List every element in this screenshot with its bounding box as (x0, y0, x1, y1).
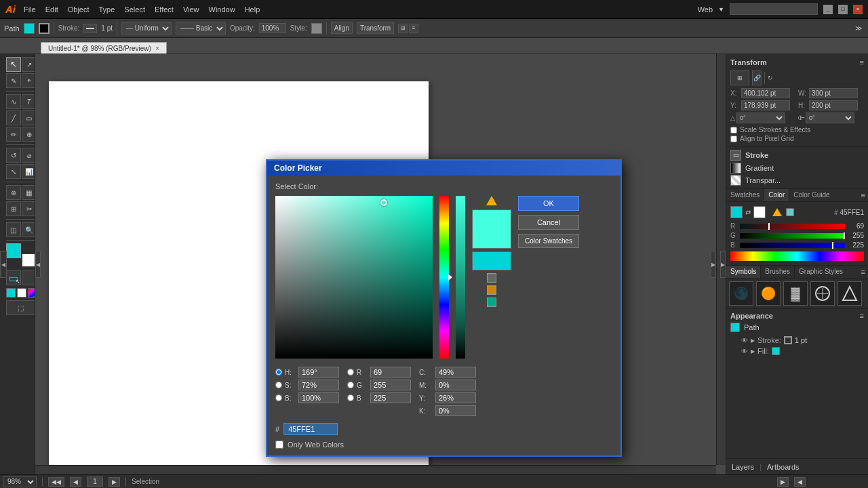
arrange-icons[interactable]: ⊞ ≡ (398, 24, 418, 33)
web-safe-swatch[interactable] (786, 208, 794, 216)
artboards-label[interactable]: Artboards (767, 463, 800, 471)
search-input[interactable] (730, 3, 818, 15)
k-input[interactable] (435, 405, 476, 416)
menu-type[interactable]: Type (99, 5, 115, 14)
menu-file[interactable]: File (24, 5, 36, 14)
document-tab[interactable]: Untitled-1* @ 98% (RGB/Preview) × (41, 42, 167, 54)
s-radio[interactable] (275, 382, 282, 388)
type-tool[interactable]: T (22, 94, 36, 109)
hue-strip[interactable] (439, 196, 449, 359)
only-web-colors-checkbox[interactable] (275, 441, 283, 449)
menu-select[interactable]: Select (124, 5, 145, 14)
transform-link[interactable]: 🔗 (752, 70, 762, 85)
symbol-item-2[interactable]: 🟠 (756, 281, 781, 306)
symbol-sprayer-tool[interactable]: ⊛ (6, 185, 21, 200)
color-panel-options[interactable]: ≡ (859, 189, 868, 201)
bg-swatch-small[interactable] (753, 206, 766, 218)
symbol-item-4[interactable] (810, 281, 835, 306)
column-graph-tool[interactable]: ▦ (22, 185, 36, 200)
fill-swatch[interactable] (24, 23, 35, 34)
menu-edit[interactable]: Edit (45, 5, 58, 14)
w-input[interactable] (809, 88, 858, 98)
align-to-canvas[interactable]: ⊞ (730, 70, 749, 85)
eye-btn-fill[interactable]: 👁 (741, 348, 748, 355)
symbols-options-icon[interactable]: ≡ (859, 266, 868, 278)
warning-triangle[interactable] (772, 208, 782, 216)
y-input[interactable] (741, 100, 790, 110)
swatches-tab[interactable]: Swatches (726, 189, 764, 201)
transform-options-icon[interactable]: ≡ (860, 58, 864, 66)
x-input[interactable] (741, 88, 790, 98)
swap-icon[interactable]: ⇄ (745, 209, 751, 216)
rotate-tool[interactable]: ↺ (6, 148, 21, 163)
expand-fill[interactable]: ▶ (751, 348, 755, 354)
pencil-tool[interactable]: ✏ (6, 127, 21, 142)
r-input[interactable] (370, 367, 411, 378)
graph-tool[interactable]: 📊 (22, 164, 36, 179)
c-input[interactable] (435, 367, 476, 378)
color-warning-icon[interactable] (486, 196, 497, 205)
zoom-select[interactable]: 98% (3, 476, 37, 487)
b-slider[interactable] (740, 243, 845, 248)
cancel-button[interactable]: Cancel (518, 215, 579, 230)
symbol-item-1[interactable]: 🌑 (729, 281, 753, 306)
y-input[interactable] (435, 392, 476, 403)
menu-help[interactable]: Help (245, 5, 260, 14)
status-play[interactable]: ▶ (777, 477, 789, 487)
panel-collapse-left[interactable]: ◀ (0, 251, 7, 278)
page-number[interactable] (87, 476, 103, 487)
graphic-styles-tab[interactable]: Graphic Styles (795, 266, 847, 278)
gradient-tool[interactable]: ◫ (6, 222, 21, 237)
panel-toggle[interactable]: ≫ (853, 23, 864, 34)
scrollbar-horizontal[interactable] (35, 465, 716, 474)
page-back[interactable]: ◀ (70, 477, 81, 487)
ok-button[interactable]: OK (518, 196, 579, 211)
brushes-tab[interactable]: Brushes (761, 266, 795, 278)
swatch-small-teal[interactable] (487, 298, 496, 307)
opacity-input[interactable] (259, 23, 286, 33)
slice-tool[interactable]: ✂ (22, 201, 36, 216)
m-input[interactable] (435, 380, 476, 390)
collapse-left-panel[interactable]: ◀ (35, 251, 41, 278)
win-maximize[interactable]: □ (838, 5, 848, 14)
menu-effect[interactable]: Effect (155, 5, 174, 14)
warp-tool[interactable]: ⌀ (22, 148, 36, 163)
scale-strokes-label[interactable]: Scale Strokes & Effects (730, 126, 864, 134)
direct-selection-tool[interactable]: ↗ (22, 57, 36, 72)
collapse-right-panel[interactable]: ▶ (711, 251, 716, 278)
b-input[interactable] (298, 392, 339, 403)
color-tab[interactable]: Color (764, 189, 789, 201)
tab-close-btn[interactable]: × (155, 45, 159, 52)
artboard-tool[interactable]: ⬚ (6, 300, 36, 315)
zoom-tool[interactable]: 🔍 (22, 222, 36, 237)
page-prev[interactable]: ◀◀ (48, 477, 64, 487)
stroke-style-select[interactable]: —— Basic (176, 22, 226, 35)
selection-tool[interactable]: ↖ (6, 57, 21, 72)
h-size-input[interactable] (809, 100, 858, 110)
align-pixel-checkbox[interactable] (730, 136, 737, 142)
win-minimize[interactable]: _ (823, 5, 833, 14)
status-stop[interactable]: ◀ (794, 477, 806, 487)
style-swatch[interactable] (311, 23, 322, 34)
fill-box[interactable] (6, 243, 21, 258)
eye-btn-stroke[interactable]: 👁 (741, 337, 748, 344)
stroke-type-select[interactable]: — Uniform (121, 22, 172, 35)
color-ctrl-1[interactable] (6, 288, 16, 298)
r-slider[interactable] (740, 224, 845, 229)
color-ctrl-2[interactable] (17, 288, 26, 298)
active-tool-display[interactable]: ▭ ↖ (6, 270, 21, 285)
lasso-tool[interactable]: ⌖ (22, 73, 36, 88)
transform-tool[interactable]: ⊞ (6, 201, 21, 216)
b-radio[interactable] (275, 394, 282, 401)
symbol-item-3[interactable]: ▓ (783, 281, 808, 306)
symbol-item-5[interactable] (837, 281, 862, 306)
s-input[interactable] (298, 380, 339, 390)
fill-color-box[interactable] (772, 347, 780, 355)
fg-swatch-small[interactable] (730, 206, 743, 218)
swatch-small-gray[interactable] (487, 273, 496, 283)
page-forward[interactable]: ▶ (108, 477, 120, 487)
color-guide-tab[interactable]: Color Guide (789, 189, 833, 201)
g-slider[interactable] (740, 233, 845, 239)
gradient-icon[interactable] (730, 163, 741, 174)
rect-tool[interactable]: ▭ (22, 110, 36, 125)
